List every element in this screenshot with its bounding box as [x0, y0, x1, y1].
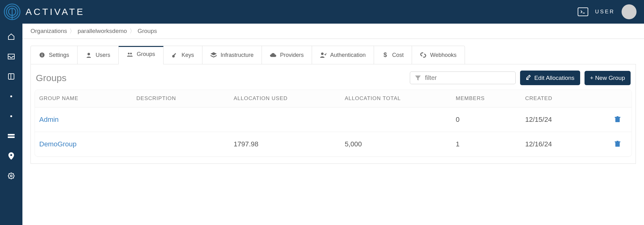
tab-label: Providers [280, 52, 304, 58]
button-label: Edit Allocations [534, 75, 575, 81]
tab-providers[interactable]: Providers [262, 46, 312, 64]
svg-point-22 [130, 53, 132, 54]
tab-label: Authentication [330, 52, 366, 58]
brand-logo-icon [3, 3, 21, 21]
tab-label: Cost [392, 52, 404, 58]
dollar-icon: $ [382, 52, 388, 58]
th-alloc-total: ALLOCATION TOTAL [345, 95, 456, 102]
delete-button[interactable] [615, 141, 621, 148]
info-icon: i [39, 52, 45, 58]
location-icon[interactable] [7, 152, 15, 160]
filter-input[interactable] [425, 74, 511, 81]
cell-alloc-total: 5,000 [345, 140, 456, 148]
sidebar [0, 24, 22, 225]
inbox-icon[interactable] [7, 53, 15, 60]
terminal-icon [580, 10, 585, 14]
delete-button[interactable] [615, 116, 621, 123]
auth-icon [320, 52, 326, 58]
user-label: USER [595, 9, 615, 15]
filter-field[interactable] [410, 71, 516, 84]
svg-rect-29 [617, 116, 618, 117]
cell-members: 0 [456, 116, 525, 124]
cell-created: 12/16/24 [525, 140, 608, 148]
cloud-icon [270, 52, 276, 58]
brand: ACTIVATE [3, 3, 85, 21]
panel-title: Groups [36, 73, 66, 83]
sidebar-dot-2[interactable] [7, 112, 15, 120]
storage-icon[interactable] [7, 132, 15, 140]
groups-panel: Groups Edit Allocations [31, 64, 636, 164]
tab-groups[interactable]: Groups [119, 46, 163, 64]
svg-text:$: $ [384, 52, 387, 58]
tab-settings[interactable]: i Settings [31, 46, 78, 64]
tab-label: Keys [182, 52, 194, 58]
table-row: DemoGroup 1797.98 5,000 1 12/16/24 [35, 132, 632, 156]
chevron-right-icon: 〉 [69, 27, 75, 35]
tab-label: Users [96, 52, 110, 58]
tab-users[interactable]: Users [78, 46, 119, 64]
svg-point-21 [128, 53, 130, 54]
tabs: i Settings Users Groups Keys Infra [31, 46, 465, 64]
panel-icon[interactable] [7, 73, 15, 80]
tab-webhooks[interactable]: Webhooks [412, 46, 465, 64]
edit-icon [526, 74, 531, 81]
topbar: ACTIVATE USER [0, 0, 644, 24]
th-created: CREATED [525, 95, 608, 102]
th-name: GROUP NAME [39, 95, 136, 102]
layers-icon [211, 52, 217, 58]
main: Organizations 〉 parallelworksdemo 〉 Grou… [22, 24, 644, 225]
helm-icon[interactable] [7, 172, 15, 180]
tab-authentication[interactable]: Authentication [312, 46, 374, 64]
tab-keys[interactable]: Keys [163, 46, 202, 64]
tab-cost[interactable]: $ Cost [374, 46, 412, 64]
th-members: MEMBERS [456, 95, 525, 102]
cell-alloc-used: 1797.98 [234, 140, 345, 148]
svg-rect-28 [615, 117, 620, 118]
panel-actions: Edit Allocations + New Group [410, 71, 631, 85]
tab-infrastructure[interactable]: Infrastructure [202, 46, 262, 64]
table-row: Admin 0 12/15/24 [35, 107, 632, 132]
groups-table: GROUP NAME DESCRIPTION ALLOCATION USED A… [35, 90, 632, 157]
th-alloc-used: ALLOCATION USED [234, 95, 345, 102]
tab-label: Infrastructure [220, 52, 253, 58]
key-icon [172, 52, 178, 58]
button-label: + New Group [590, 75, 625, 81]
avatar[interactable] [622, 4, 637, 19]
link-icon [420, 52, 426, 58]
group-icon [127, 51, 133, 57]
breadcrumb-organizations[interactable]: Organizations [31, 28, 67, 34]
brand-name: ACTIVATE [26, 7, 85, 17]
svg-rect-31 [615, 141, 620, 142]
svg-point-20 [88, 53, 90, 55]
user-icon [86, 52, 92, 58]
svg-point-25 [321, 53, 324, 55]
breadcrumb-org-name[interactable]: parallelworksdemo [78, 28, 127, 34]
topbar-right: USER [578, 4, 637, 19]
sidebar-dot-1[interactable] [7, 93, 15, 100]
filter-icon [414, 75, 421, 81]
breadcrumb: Organizations 〉 parallelworksdemo 〉 Grou… [22, 24, 644, 39]
chevron-right-icon: 〉 [130, 27, 135, 35]
svg-point-9 [10, 175, 12, 177]
svg-rect-7 [8, 136, 15, 138]
group-link[interactable]: DemoGroup [39, 140, 77, 148]
svg-rect-30 [615, 142, 620, 147]
home-icon[interactable] [7, 33, 15, 40]
svg-rect-32 [617, 141, 618, 141]
tab-label: Settings [49, 52, 69, 58]
svg-rect-24 [173, 53, 176, 56]
group-link[interactable]: Admin [39, 116, 59, 123]
table-header: GROUP NAME DESCRIPTION ALLOCATION USED A… [35, 90, 632, 107]
tab-label: Groups [137, 51, 155, 57]
edit-allocations-button[interactable]: Edit Allocations [520, 71, 580, 85]
new-group-button[interactable]: + New Group [585, 71, 631, 85]
panel-header: Groups Edit Allocations [35, 71, 632, 90]
cell-members: 1 [456, 140, 525, 148]
tab-label: Webhooks [430, 52, 457, 58]
cell-created: 12/15/24 [525, 116, 608, 124]
breadcrumb-groups[interactable]: Groups [138, 28, 157, 34]
svg-rect-27 [615, 118, 620, 122]
terminal-button[interactable] [578, 7, 588, 16]
svg-rect-6 [8, 134, 15, 135]
th-description: DESCRIPTION [136, 95, 234, 102]
